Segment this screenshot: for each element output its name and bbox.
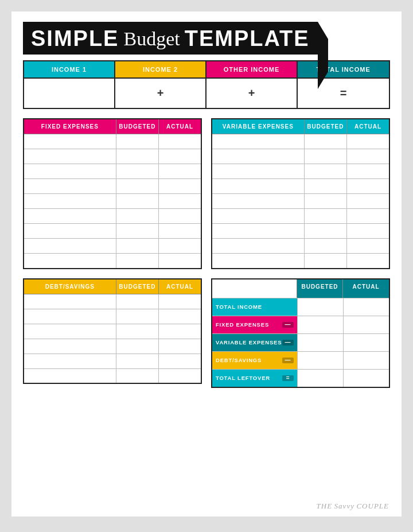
debt-savings-cell[interactable] [24, 354, 116, 368]
debt-savings-cell[interactable] [159, 294, 201, 309]
summary-budgeted-cell[interactable] [297, 334, 343, 351]
fixed-expense-cell[interactable] [116, 224, 158, 239]
variable-expense-cell[interactable] [212, 209, 304, 224]
summary-actual-cell[interactable] [343, 334, 389, 351]
debt-savings-cell[interactable] [24, 324, 116, 339]
income-input-row: + + = [23, 79, 390, 109]
variable-expense-cell[interactable] [347, 254, 389, 269]
fixed-expense-cell[interactable] [116, 149, 158, 164]
variable-expense-cell[interactable] [212, 224, 304, 239]
variable-expense-cell[interactable] [347, 239, 389, 254]
variable-expense-cell[interactable] [212, 179, 304, 194]
fixed-expenses-table: FIXED EXPENSES BUDGETED ACTUAL [23, 118, 202, 269]
variable-expense-cell[interactable] [212, 164, 304, 179]
fixed-expense-cell[interactable] [159, 254, 201, 269]
variable-actual-col-header: ACTUAL [347, 119, 389, 134]
fixed-expense-cell[interactable] [159, 179, 201, 194]
fixed-expense-cell[interactable] [159, 239, 201, 254]
debt-savings-cell[interactable] [116, 294, 158, 309]
debt-savings-cell[interactable] [159, 309, 201, 324]
summary-budgeted-cell[interactable] [297, 352, 343, 369]
fixed-expense-cell[interactable] [24, 209, 116, 224]
debt-savings-cell[interactable] [116, 368, 158, 383]
variable-expense-cell[interactable] [304, 239, 346, 254]
income2-plus: + [206, 79, 298, 108]
summary-row: TOTAL LEFTOVER= [212, 369, 389, 387]
variable-expense-cell[interactable] [304, 209, 346, 224]
variable-expense-cell[interactable] [304, 134, 346, 149]
summary-actual-cell[interactable] [343, 298, 389, 316]
fixed-expense-cell[interactable] [116, 134, 158, 149]
debt-savings-cell[interactable] [24, 309, 116, 324]
gap-col-1 [202, 118, 211, 269]
variable-expense-cell[interactable] [347, 224, 389, 239]
fixed-expense-cell[interactable] [116, 254, 158, 269]
income1-value[interactable] [24, 79, 115, 108]
variable-expense-cell[interactable] [304, 179, 346, 194]
debt-savings-cell[interactable] [159, 339, 201, 354]
variable-expense-cell[interactable] [347, 164, 389, 179]
variable-expense-cell[interactable] [212, 254, 304, 269]
fixed-expense-cell[interactable] [24, 194, 116, 209]
variable-expense-cell[interactable] [347, 134, 389, 149]
fixed-expense-cell[interactable] [159, 209, 201, 224]
bottom-section: DEBT/SAVINGS BUDGETED ACTUAL BUDGETED AC… [23, 278, 390, 388]
fixed-expense-cell[interactable] [24, 164, 116, 179]
debt-savings-cell[interactable] [116, 309, 158, 324]
variable-expense-cell[interactable] [212, 134, 304, 149]
variable-expense-cell[interactable] [347, 179, 389, 194]
fixed-expense-cell[interactable] [24, 224, 116, 239]
variable-expense-cell[interactable] [304, 164, 346, 179]
variable-expense-cell[interactable] [212, 194, 304, 209]
debt-savings-cell[interactable] [24, 294, 116, 309]
fixed-expense-cell[interactable] [24, 179, 116, 194]
debt-savings-cell[interactable] [159, 324, 201, 339]
variable-expense-cell[interactable] [347, 209, 389, 224]
fixed-expense-cell[interactable] [116, 209, 158, 224]
fixed-expense-cell[interactable] [24, 134, 116, 149]
variable-expense-cell[interactable] [304, 194, 346, 209]
summary-row: DEBT/SAVINGS— [212, 351, 389, 369]
fixed-expense-cell[interactable] [24, 254, 116, 269]
summary-budgeted-cell[interactable] [297, 298, 343, 316]
total-income-header: TOTAL INCOME [298, 61, 389, 77]
fixed-expense-row [24, 149, 201, 164]
summary-budgeted-cell[interactable] [297, 316, 343, 333]
fixed-expense-cell[interactable] [159, 134, 201, 149]
variable-expense-cell[interactable] [212, 239, 304, 254]
debt-savings-cell[interactable] [159, 354, 201, 368]
fixed-expense-cell[interactable] [24, 239, 116, 254]
fixed-expense-cell[interactable] [159, 149, 201, 164]
summary-budgeted-cell[interactable] [297, 370, 343, 387]
fixed-expense-cell[interactable] [116, 194, 158, 209]
fixed-expense-cell[interactable] [159, 164, 201, 179]
fixed-expense-cell[interactable] [24, 149, 116, 164]
variable-expense-cell[interactable] [347, 194, 389, 209]
fixed-expense-cell[interactable] [116, 179, 158, 194]
debt-savings-cell[interactable] [116, 339, 158, 354]
summary-actual-cell[interactable] [343, 352, 389, 369]
variable-expense-row [212, 149, 389, 164]
variable-expenses-section: VARIABLE EXPENSES BUDGETED ACTUAL [211, 118, 390, 269]
summary-header-row: BUDGETED ACTUAL [212, 279, 389, 298]
summary-actual-cell[interactable] [343, 370, 389, 387]
variable-expense-cell[interactable] [304, 254, 346, 269]
debt-savings-cell[interactable] [159, 368, 201, 383]
variable-expense-cell[interactable] [304, 149, 346, 164]
variable-expense-cell[interactable] [347, 149, 389, 164]
fixed-expense-cell[interactable] [159, 224, 201, 239]
summary-label-text: TOTAL INCOME [216, 304, 262, 310]
other-income-header: OTHER INCOME [206, 61, 298, 77]
title-budget: Budget [123, 28, 180, 50]
summary-actual-cell[interactable] [343, 316, 389, 333]
debt-savings-cell[interactable] [24, 339, 116, 354]
fixed-expense-cell[interactable] [159, 194, 201, 209]
summary-row-label: FIXED EXPENSES— [212, 316, 297, 333]
fixed-expense-cell[interactable] [116, 164, 158, 179]
debt-savings-cell[interactable] [116, 324, 158, 339]
variable-expense-cell[interactable] [212, 149, 304, 164]
variable-expense-cell[interactable] [304, 224, 346, 239]
fixed-expense-cell[interactable] [116, 239, 158, 254]
debt-savings-cell[interactable] [24, 368, 116, 383]
debt-savings-cell[interactable] [116, 354, 158, 368]
